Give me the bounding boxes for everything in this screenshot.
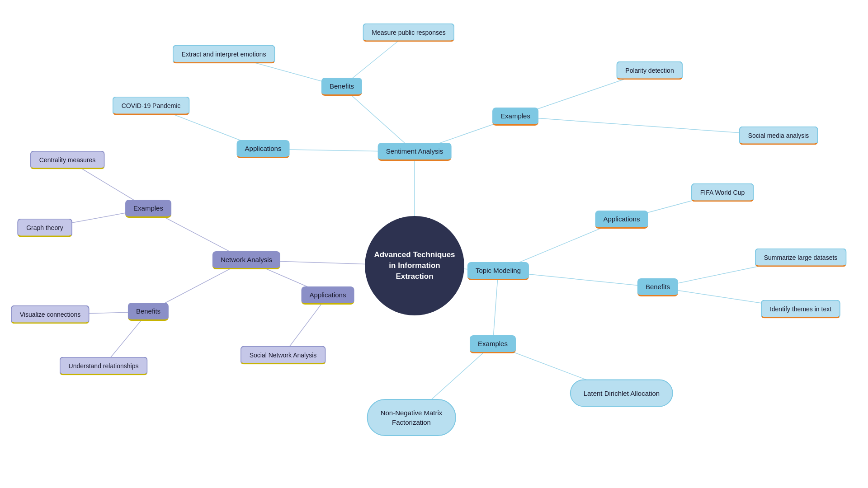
na_centrality-label: Centrality measures	[30, 151, 105, 169]
node-tm_fifa[interactable]: FIFA World Cup	[691, 183, 754, 202]
node-na_benefits[interactable]: Benefits	[128, 303, 169, 321]
sa_measure-label: Measure public responses	[363, 23, 454, 42]
node-na_visualize[interactable]: Visualize connections	[11, 305, 90, 324]
topic_modeling-label: Topic Modeling	[467, 262, 529, 280]
sa_social-label: Social media analysis	[739, 127, 818, 145]
node-na_applications[interactable]: Applications	[302, 286, 354, 305]
node-sa_covid[interactable]: COVID-19 Pandemic	[113, 97, 190, 115]
tm_identify-label: Identify themes in text	[761, 300, 840, 319]
tm_applications-label: Applications	[595, 211, 648, 229]
node-network_analysis[interactable]: Network Analysis	[212, 251, 280, 269]
node-na_graph[interactable]: Graph theory	[17, 219, 72, 237]
na_applications-label: Applications	[302, 286, 354, 305]
na_graph-label: Graph theory	[17, 219, 72, 237]
node-tm_benefits[interactable]: Benefits	[637, 278, 678, 296]
sa_examples-label: Examples	[492, 108, 538, 126]
tm_lda-label: Latent Dirichlet Allocation	[570, 380, 673, 407]
node-sa_extract[interactable]: Extract and interpret emotions	[173, 45, 275, 64]
svg-line-24	[493, 271, 498, 344]
node-topic_modeling[interactable]: Topic Modeling	[467, 262, 529, 280]
node-tm_identify[interactable]: Identify themes in text	[761, 300, 840, 319]
sa_covid-label: COVID-19 Pandemic	[113, 97, 190, 115]
node-na_examples[interactable]: Examples	[125, 200, 171, 218]
node-na_understand[interactable]: Understand relationships	[60, 357, 148, 375]
node-central[interactable]: Advanced Techniques in Information Extra…	[365, 216, 464, 315]
node-na_centrality[interactable]: Centrality measures	[30, 151, 105, 169]
na_understand-label: Understand relationships	[60, 357, 148, 375]
na_examples-label: Examples	[125, 200, 171, 218]
node-sentiment_analysis[interactable]: Sentiment Analysis	[378, 143, 452, 161]
sa_extract-label: Extract and interpret emotions	[173, 45, 275, 64]
node-sa_applications[interactable]: Applications	[237, 140, 290, 158]
node-na_social_network[interactable]: Social Network Analysis	[241, 346, 326, 365]
tm_examples-label: Examples	[470, 335, 516, 353]
sa_applications-label: Applications	[237, 140, 290, 158]
node-tm_lda[interactable]: Latent Dirichlet Allocation	[570, 380, 673, 407]
tm_benefits-label: Benefits	[637, 278, 678, 296]
tm_fifa-label: FIFA World Cup	[691, 183, 754, 202]
node-tm_summarize[interactable]: Summarize large datasets	[755, 249, 847, 267]
na_social_network-label: Social Network Analysis	[241, 346, 326, 365]
node-sa_polarity[interactable]: Polarity detection	[616, 61, 683, 80]
node-tm_applications[interactable]: Applications	[595, 211, 648, 229]
node-sa_social[interactable]: Social media analysis	[739, 127, 818, 145]
tm_summarize-label: Summarize large datasets	[755, 249, 847, 267]
sa_polarity-label: Polarity detection	[616, 61, 683, 80]
node-sa_examples[interactable]: Examples	[492, 108, 538, 126]
network_analysis-label: Network Analysis	[212, 251, 280, 269]
node-sa_benefits[interactable]: Benefits	[321, 78, 362, 96]
na_visualize-label: Visualize connections	[11, 305, 90, 324]
svg-line-1	[342, 87, 415, 152]
node-tm_nnmf[interactable]: Non-Negative MatrixFactorization	[367, 399, 456, 436]
central-node: Advanced Techniques in Information Extra…	[365, 216, 464, 315]
tm_nnmf-label: Non-Negative MatrixFactorization	[367, 399, 456, 436]
node-tm_examples[interactable]: Examples	[470, 335, 516, 353]
sentiment_analysis-label: Sentiment Analysis	[378, 143, 452, 161]
node-sa_measure[interactable]: Measure public responses	[363, 23, 454, 42]
sa_benefits-label: Benefits	[321, 78, 362, 96]
na_benefits-label: Benefits	[128, 303, 169, 321]
